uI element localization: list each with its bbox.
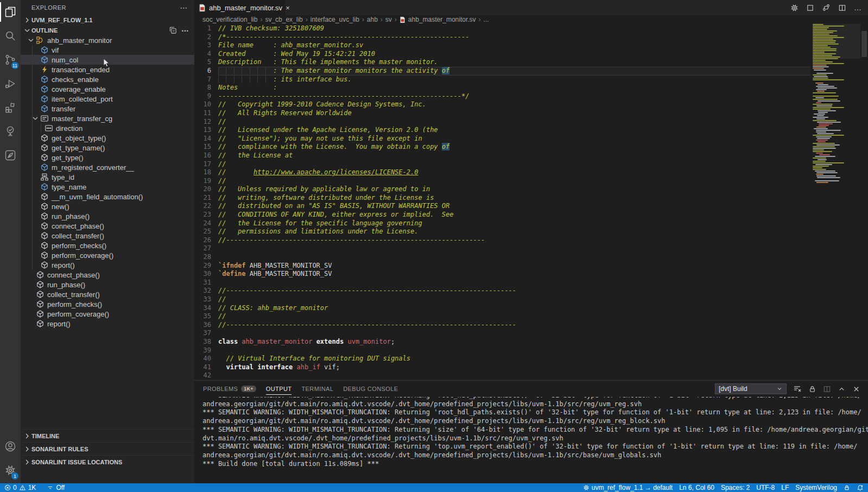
outline-item-run_phase[interactable]: run_phase() [21,211,194,221]
indentation-status[interactable]: Spaces: 2 [718,484,753,491]
method-icon [40,192,49,201]
split-panel-icon[interactable] [823,385,831,393]
outline-item-collect_transfer[interactable]: collect_transfer() [21,231,194,241]
code-line: 40 // Virtual Interface for monitoring D… [194,355,868,363]
section-timeline[interactable]: TIMELINE [21,429,194,442]
eol-status[interactable]: LF [778,484,792,491]
section-sonarlint-issue-locations[interactable]: SONARLINT ISSUE LOCATIONS [21,455,194,468]
outline-item-m_registered_converter__[interactable]: m_registered_converter__ [21,162,194,172]
section-sonarlint-rules[interactable]: SONARLINT RULES [21,442,194,455]
outline-item-report[interactable]: report() [21,260,194,270]
outline-item-get_type_name[interactable]: get_type_name() [21,143,194,153]
outline-item-perform_checks[interactable]: perform_checks() [21,299,194,309]
activity-extensions[interactable] [0,96,21,119]
close-panel-icon[interactable] [852,385,860,393]
square-icon[interactable] [806,4,814,12]
clear-output-icon[interactable] [793,384,802,393]
encoding-status[interactable]: UTF-8 [753,484,778,491]
bell-icon[interactable] [853,484,864,491]
tab-output[interactable]: OUTPUT [266,381,292,397]
breadcrumb-item[interactable]: interface_uvc_lib [311,16,359,23]
outline-item-ahb_master_monitor[interactable]: ahb_master_monitor [21,35,194,45]
editor-scrollbar[interactable] [861,31,867,57]
more-actions-icon[interactable]: … [854,5,861,10]
chevron-down-icon[interactable] [27,36,35,45]
code-token: //--------------------------------------… [218,321,516,329]
outline-item-connect_phase[interactable]: connect_phase() [21,221,194,231]
collapse-all-icon[interactable] [169,26,177,34]
tab-terminal[interactable]: TERMINAL [301,381,333,397]
outline-item-vif[interactable]: vif [21,45,194,55]
outline-item-coverage_enable[interactable]: coverage_enable [21,84,194,94]
outline-item-get_object_type[interactable]: get_object_type() [21,133,194,143]
outline-item-checks_enable[interactable]: checks_enable [21,74,194,84]
breadcrumb-item[interactable]: ahb [367,16,378,23]
activity-settings[interactable]: 1 [0,458,21,482]
lock-icon[interactable] [808,385,816,393]
workspace-status[interactable]: uvm_ref_flow_1.1 → default [580,484,676,491]
outline-section-label: OUTLINE [31,27,58,34]
outline-item-direction[interactable]: direction [21,123,194,133]
license-link[interactable]: http://www.apache.org/licenses/LICENSE-2… [254,168,418,176]
chevron-up-icon[interactable] [838,385,846,393]
dvt-editor-icon [4,149,17,162]
outline-item-perform_checks[interactable]: perform_checks() [21,241,194,250]
gear-icon[interactable] [790,4,799,12]
verification-tree-icon [4,125,17,138]
breadcrumb-item[interactable]: ahb_master_monitor.sv [408,16,476,23]
outline-item-master_transfer_cg[interactable]: master_transfer_cg [21,113,194,123]
breadcrumb-item[interactable]: sv [385,16,392,23]
outline-item-item_collected_port[interactable]: item_collected_port [21,94,194,104]
problems-badge: 1K+ [241,386,256,392]
line-number: 34 [194,304,218,313]
outline-item-new[interactable]: new() [21,201,194,211]
cursor-position[interactable]: Ln 6, Col 60 [676,484,718,491]
outline-item-__m_uvm_field_automation[interactable]: __m_uvm_field_automation() [21,192,194,201]
code-token: // [218,168,254,176]
line-content: `define AHB_MASTER_MONITOR_SV [218,270,810,279]
activity-dvt-editor[interactable] [0,143,21,167]
outline-item-report[interactable]: report() [21,319,194,329]
outline-item-num_col[interactable]: num_col [21,55,194,65]
section-outline[interactable]: OUTLINE ⋯ [21,25,194,35]
breadcrumb-item[interactable]: ... [484,16,489,23]
outline-item-type_id[interactable]: type_id [21,172,194,182]
outline-item-collect_transfer[interactable]: collect_transfer() [21,289,194,299]
outline-item-perform_coverage[interactable]: perform_coverage() [21,250,194,260]
section-workspace[interactable]: UVM_REF_FLOW_1.1 [21,15,194,25]
tab-debug-console[interactable]: DEBUG CONSOLE [343,381,398,397]
code-token: // Licensed under the Apache License, Ve… [218,126,438,134]
language-status[interactable]: SystemVerilog [792,484,840,491]
code-editor[interactable]: 1// IVB checksum: 32518076092/*---------… [194,24,868,380]
activity-verification-tree[interactable] [0,119,21,143]
graph-icon[interactable] [822,3,831,12]
tab-problems[interactable]: PROBLEMS 1K+ [203,381,256,397]
sidebar-more-icon[interactable]: ⋯ [180,3,188,12]
outline-item-perform_coverage[interactable]: perform_coverage() [21,309,194,319]
outline-item-type_name[interactable]: type_name [21,182,194,192]
tab-ahb-master-monitor[interactable]: ahb_master_monitor.sv × [194,0,286,15]
outline-item-transfer[interactable]: transfer [21,104,194,113]
event-icon [40,65,49,74]
split-editor-icon[interactable] [838,4,846,12]
breadcrumb-item[interactable]: sv_cb_ex_lib [265,16,302,23]
activity-run-debug[interactable] [0,72,21,96]
status-off[interactable]: Off [43,483,68,492]
activity-source-control[interactable]: 11 [0,48,21,72]
outline-item-run_phase[interactable]: run_phase() [21,280,194,289]
close-icon[interactable]: × [286,4,290,12]
outline-item-connect_phase[interactable]: connect_phase() [21,270,194,280]
lock-icon[interactable] [840,484,853,491]
activity-account[interactable] [0,434,21,458]
output-channel-select[interactable]: [dvt] Build [715,383,787,394]
output-log[interactable]: *** SEMANTIC WARNING: WIDTH_MISMATCH_TRU… [194,397,868,483]
problems-status[interactable]: 0 1K [4,483,39,492]
outline-item-transaction_ended[interactable]: transaction_ended [21,65,194,74]
breadcrumb-item[interactable]: soc_verification_lib [202,16,257,23]
outline-more-icon[interactable]: ⋯ [181,26,189,35]
outline-item-get_type[interactable]: get_type() [21,153,194,162]
minimap[interactable] [813,24,845,192]
activity-search[interactable] [0,24,21,48]
activity-explorer[interactable] [0,0,21,24]
field-icon [40,46,49,54]
